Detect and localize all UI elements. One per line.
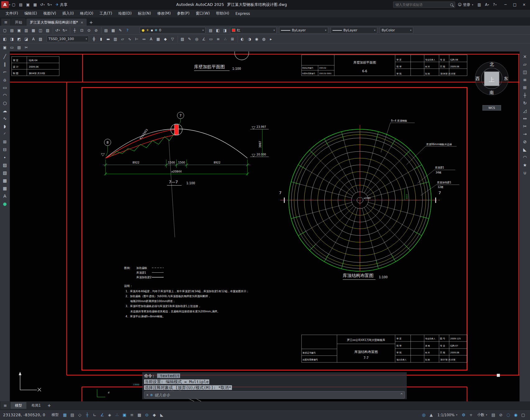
clean-screen-icon[interactable]: ▢ [519,411,527,419]
line-icon[interactable]: ╱ [1,52,9,60]
plot-style-combo[interactable]: ByColor ▾ [380,27,413,34]
sheet-title-text[interactable]: 库壁加筋平面图 [194,64,225,69]
move-icon[interactable]: ┼ [521,91,529,99]
search-input[interactable] [395,3,449,7]
undo-icon[interactable]: ↺▾ [54,27,61,34]
new-layout-button[interactable]: + [46,403,52,408]
gradient-icon[interactable]: ▧ [1,169,9,176]
dim-linear-icon[interactable]: ↔ [140,36,147,42]
match-properties-icon[interactable]: ▧ [179,36,186,42]
titleblock-text[interactable]: 出图专用章编号 [302,358,318,361]
area-icon[interactable]: ▭ [207,36,215,42]
ellipse-arc-icon[interactable]: ◜ [1,130,9,138]
open-file-icon[interactable]: ▤ [8,27,16,34]
command-input-row[interactable]: × ⚙ ^ [144,391,405,399]
titleblock-text[interactable]: 审 定 [13,59,19,62]
scale-icon[interactable]: ◿ [521,107,529,114]
array-icon[interactable]: ⊞ [521,83,529,91]
titleblock-text[interactable]: 制 图 [13,72,19,75]
new-tab-button[interactable]: + [88,19,94,26]
zoom-previous-icon[interactable]: ⊘ [93,27,100,34]
lineweight-icon[interactable]: ≡ [128,411,136,419]
menu-insert[interactable]: 插入(I) [59,10,77,17]
dimension-text[interactable]: ⌀2000 [364,197,371,199]
new-file-icon[interactable]: ▢ [1,27,8,34]
titleblock-detail-text[interactable]: 7-7 [364,356,369,360]
dim-continue-icon[interactable]: ⊢ [133,36,140,42]
isometric-drafting-icon[interactable]: ◈ [106,411,113,419]
titleblock-text[interactable]: 结构-06 [450,58,458,61]
sheet-scale-text[interactable]: 1:100 [232,67,241,70]
section-mark-text[interactable]: 7 [279,190,281,195]
menu-edit[interactable]: 编辑(E) [21,10,40,17]
dimension-text[interactable]: 1500 [168,161,175,164]
open-file-icon[interactable]: ▤ [17,1,25,8]
titleblock-text[interactable]: 专 业 [440,344,445,347]
viewport-grip[interactable] [497,374,500,377]
save-icon[interactable]: ▣ [16,27,23,34]
command-line-panel[interactable]: 命令: _textedit 当前设置: 编辑模式 = Multiple 选择注释… [142,372,407,399]
menu-modify[interactable]: 修改(M) [154,10,174,17]
command-input[interactable] [154,393,398,397]
wcs-label[interactable]: WCS [488,106,495,109]
view-cube-top-label[interactable]: 上 [489,76,495,83]
menu-file[interactable]: 文件(F) [2,10,21,17]
revision-cloud-icon[interactable]: ☁ [1,107,9,114]
titleblock-text[interactable]: 校 审 [396,65,401,68]
edit-text-icon[interactable]: ✎ [186,36,193,42]
redo-icon[interactable]: ↻▾ [61,27,68,34]
tab-model[interactable]: 模型 [11,402,26,409]
zoom-realtime-icon[interactable]: ⊙ [85,27,93,34]
note-line[interactable]: 1、库顶共布46榀梁，均布于库顶平面上，其中库顶梁1有34榀，库顶加劲梁1有12… [125,290,249,293]
titleblock-text[interactable]: 审 定 [396,337,401,340]
assistant-icon[interactable]: A▾ [483,1,491,8]
tab-start[interactable]: 开始 [11,19,25,26]
polygon-icon[interactable]: ⌂ [1,76,9,83]
titleblock-text[interactable]: 校 审 [396,344,401,347]
rebar-icon[interactable]: ∿ [126,36,133,42]
join-icon[interactable]: ∪ [521,169,529,176]
rotate-icon[interactable]: ↻ [521,99,529,107]
point-style-dot-icon[interactable]: ● [1,200,9,208]
insert-block-icon[interactable]: ⊞ [1,138,9,145]
titleblock-text[interactable]: 校 对 [425,351,430,354]
3d-object-snap-icon[interactable]: ◆ [151,411,158,419]
dimension-text[interactable]: 8922 [214,161,220,164]
orbit-icon[interactable]: ◉ [253,36,260,42]
transparency-icon[interactable]: ▩ [136,411,143,419]
titleblock-text[interactable]: 6-6 [362,69,367,73]
units-button[interactable]: 小数▾ [475,413,489,417]
titleblock-text[interactable]: 审 核 [396,351,401,354]
lineweight-combo[interactable]: ByLayer ▾ [331,27,377,34]
quick-properties-icon[interactable]: ▤ [490,411,497,419]
titleblock-text[interactable]: 质 核 [425,345,430,347]
leader-label-text[interactable]: δ=4 库顶钢板 [391,119,407,122]
maximize-button[interactable]: □ [510,0,519,9]
plot-icon[interactable]: ▦ [30,27,37,34]
column-insert-icon[interactable]: ▮ [97,36,105,42]
layer-combo-caret-icon[interactable]: ▾ [202,29,204,32]
lock-ui-icon[interactable]: ⊘ [497,411,505,419]
zoom-window-icon[interactable]: ⊡ [78,27,85,34]
view-scale-text[interactable]: 1:100 [186,181,195,185]
region-icon[interactable]: ▩ [1,176,9,184]
note-line[interactable]: 每隔200mm距离焊接100mm焊缝； [130,300,175,303]
send-under-icon[interactable]: ◪ [23,36,30,42]
color-combo[interactable]: 红 ▾ [230,27,277,34]
circle-icon[interactable]: ○ [1,99,9,107]
menu-view[interactable]: 视图(V) [40,10,59,17]
search-icon[interactable] [450,3,453,6]
dimension-text[interactable]: 13000 [133,383,139,386]
titleblock-text[interactable]: 结构-04 [29,59,38,62]
text-style-combo[interactable]: TSSD_100_100 ▾ [47,36,89,42]
spline-icon[interactable]: ∿ [1,114,9,122]
infer-constraints-icon[interactable]: ◇ [76,411,84,419]
selection-cycling-icon[interactable]: ⊙ [143,411,151,419]
copy-icon[interactable]: ▱ [521,60,529,68]
note-line[interactable]: 4、库顶平台满铺δ=8mm钢板。 [125,315,165,318]
properties-icon[interactable]: ▤ [102,27,110,34]
command-close-icon[interactable]: × [146,393,148,397]
snap-mode-icon[interactable]: ▤ [69,411,76,419]
point-style-icon[interactable]: ∴ [222,36,229,42]
dimension-text[interactable]: 8922 [133,161,139,164]
